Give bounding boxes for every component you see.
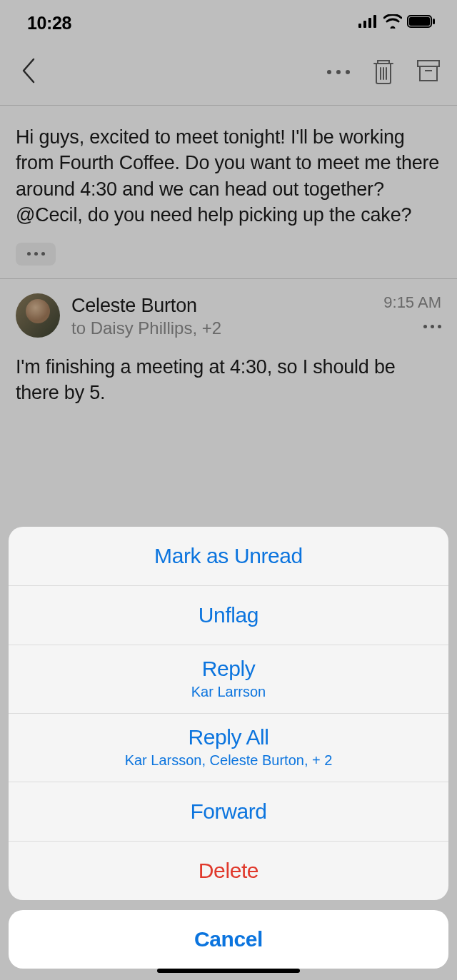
status-bar: 10:28 (0, 0, 457, 41)
cancel-button[interactable]: Cancel (9, 910, 448, 969)
message-2: Celeste Burton to Daisy Phillips, +2 9:1… (0, 279, 457, 406)
unflag-button[interactable]: Unflag (9, 586, 448, 645)
back-button[interactable] (16, 54, 41, 91)
avatar[interactable] (16, 293, 60, 338)
home-indicator[interactable] (157, 969, 300, 973)
svg-point-9 (346, 70, 350, 74)
nav-bar (0, 41, 457, 106)
message-1-body: Hi guys, excited to meet tonight! I'll b… (16, 124, 441, 228)
forward-button[interactable]: Forward (9, 782, 448, 842)
battery-icon (407, 15, 436, 31)
reply-all-button[interactable]: Reply All Kar Larsson, Celeste Burton, +… (9, 714, 448, 782)
mark-unread-button[interactable]: Mark as Unread (9, 527, 448, 586)
status-time: 10:28 (27, 13, 71, 34)
recipients[interactable]: to Daisy Phillips, +2 (71, 318, 372, 338)
svg-rect-6 (433, 19, 435, 24)
message-1: Hi guys, excited to meet tonight! I'll b… (0, 106, 457, 279)
svg-rect-2 (368, 18, 371, 28)
svg-rect-0 (358, 24, 361, 28)
show-trimmed-content[interactable] (16, 243, 56, 266)
svg-rect-11 (420, 66, 437, 81)
message-more-icon[interactable] (383, 325, 441, 328)
wifi-icon (383, 14, 402, 31)
svg-point-8 (336, 70, 341, 74)
svg-rect-1 (363, 21, 366, 28)
svg-rect-10 (418, 61, 439, 66)
trash-icon[interactable] (371, 56, 396, 88)
ellipsis-icon (27, 252, 45, 256)
more-actions-icon[interactable] (326, 66, 351, 79)
sender-name[interactable]: Celeste Burton (71, 295, 372, 317)
message-2-body: I'm finishing a meeting at 4:30, so I sh… (16, 354, 441, 406)
reply-button[interactable]: Reply Kar Larrson (9, 645, 448, 714)
status-icons (358, 14, 436, 31)
svg-point-7 (327, 70, 331, 74)
delete-button[interactable]: Delete (9, 842, 448, 900)
archive-icon[interactable] (416, 58, 441, 86)
action-sheet: Mark as Unread Unflag Reply Kar Larrson … (0, 527, 457, 980)
signal-icon (358, 15, 378, 31)
message-time: 9:15 AM (383, 293, 441, 312)
svg-rect-5 (409, 17, 430, 26)
svg-rect-3 (373, 15, 376, 28)
